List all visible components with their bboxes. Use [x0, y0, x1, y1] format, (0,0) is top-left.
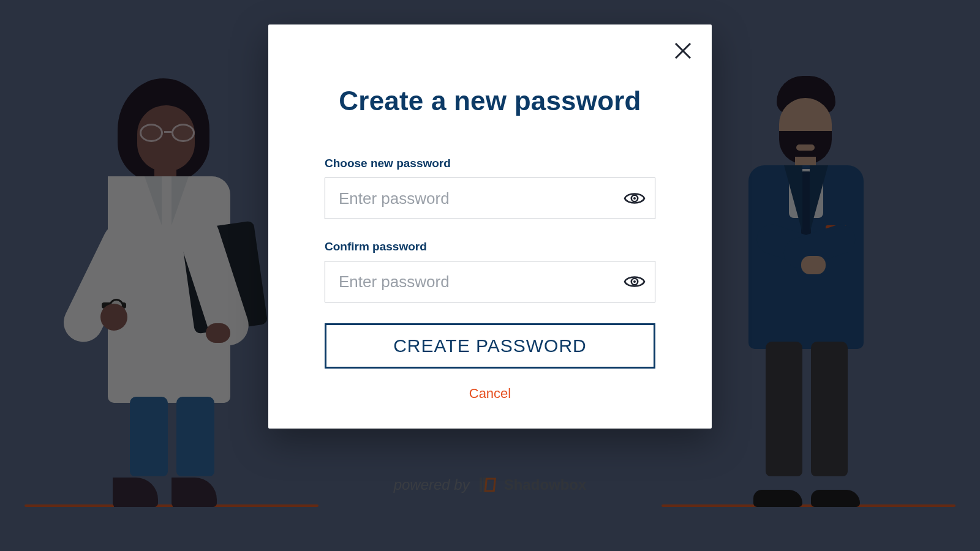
- create-password-button[interactable]: CREATE PASSWORD: [325, 323, 655, 369]
- close-button[interactable]: [673, 40, 693, 61]
- field-new-password: Choose new password: [325, 157, 655, 219]
- brand-name: Shadowbox: [504, 476, 587, 493]
- password-form: Choose new password Confirm password: [325, 157, 655, 402]
- label-new-password: Choose new password: [325, 157, 655, 170]
- toggle-visibility-new[interactable]: [624, 187, 646, 209]
- create-password-modal: Create a new password Choose new passwor…: [268, 24, 712, 429]
- footer: powered by Shadowbox: [0, 475, 980, 495]
- modal-title: Create a new password: [298, 86, 682, 116]
- new-password-input[interactable]: [325, 178, 655, 219]
- cancel-button[interactable]: Cancel: [469, 386, 511, 402]
- illustration-doctor: [86, 78, 270, 507]
- illustration-businessman: [710, 72, 894, 507]
- field-confirm-password: Confirm password: [325, 240, 655, 302]
- svg-point-6: [633, 197, 636, 200]
- confirm-password-input[interactable]: [325, 261, 655, 302]
- label-confirm-password: Confirm password: [325, 240, 655, 253]
- svg-rect-0: [480, 478, 482, 492]
- powered-by-text: powered by: [394, 476, 470, 493]
- eye-icon: [624, 202, 646, 211]
- close-icon: [673, 54, 693, 63]
- svg-rect-2: [485, 479, 495, 491]
- svg-point-8: [633, 280, 636, 283]
- eye-icon: [624, 285, 646, 294]
- toggle-visibility-confirm[interactable]: [624, 271, 646, 293]
- shadowbox-logo-icon: [477, 475, 497, 495]
